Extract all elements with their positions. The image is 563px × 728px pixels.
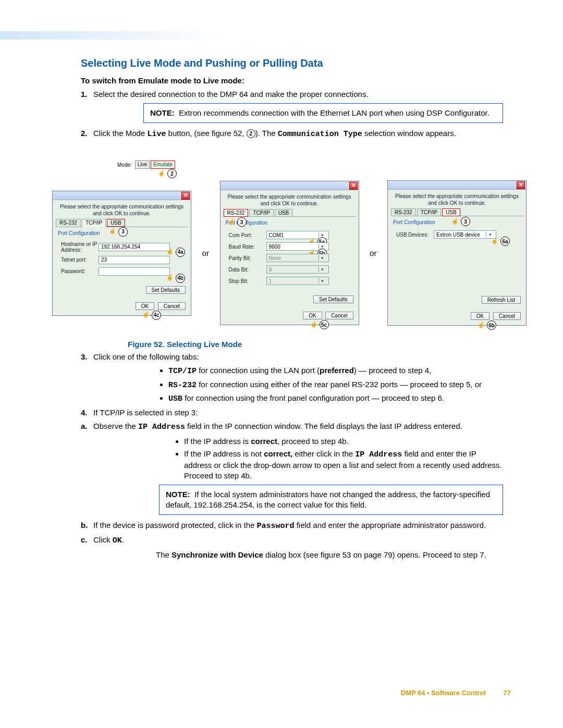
callout-6a: 6a [500,237,510,246]
tab-usb[interactable]: USB [442,208,460,216]
mode-label: Mode: [117,162,132,168]
tab-usb[interactable]: USB [275,209,293,216]
pointer-icon: ☝ [109,228,116,235]
callout-5c: 5c [320,320,329,329]
password-input[interactable] [99,267,170,276]
close-icon[interactable]: ✕ [349,182,358,190]
telnet-input[interactable] [99,256,170,264]
pointer-icon: ☝ [228,218,235,225]
step-2: 2.Click the Mode Live button, (see figur… [81,128,503,140]
page-footer: DMP 64 • Software Control 77 [401,689,511,697]
footer-section: DMP 64 • Software Control [401,689,486,697]
pointer-icon: ☝ [142,311,150,318]
ok-button[interactable]: OK [136,302,154,310]
page-header-gradient [0,31,563,40]
set-defaults-button[interactable]: Set Defaults [313,295,353,303]
ok-button[interactable]: OK [303,312,322,319]
close-icon[interactable]: ✕ [181,192,190,200]
pointer-icon: ☝ [310,321,317,328]
dialog-message: Please select the appropriate communicat… [388,190,526,208]
callout-6b: 6b [487,320,496,330]
mode-live-button[interactable]: Live [135,161,150,169]
chevron-down-icon: ▾ [319,267,326,272]
stopbit-label: Stop Bit: [229,278,266,284]
usb-devices-select[interactable]: Extron USB device▾ [434,230,496,239]
dialog-rs232: ✕ Please select the appropriate communic… [220,181,359,325]
usb-devices-label: USB Devices: [396,232,434,238]
ok-button[interactable]: OK [471,312,489,320]
tab-tcpip[interactable]: TCP/IP [417,208,441,216]
callout-3: 3 [237,217,247,227]
chevron-down-icon: ▾ [319,278,326,283]
mode-toolbar-figure: Mode: Live Emulate ☝ 2 [117,161,176,169]
pointer-icon: ☝ [166,248,174,255]
callout-3: 3 [118,227,128,237]
cancel-button[interactable]: Cancel [493,312,521,320]
subhead-switch-mode: To switch from Emulate mode to Live mode… [81,76,503,86]
figure-caption: Figure 52. Selecting Live Mode [128,340,503,349]
step-3: 3.Click one of the following tabs: [81,352,503,362]
hostname-input[interactable] [99,243,170,251]
note-1-text: Extron recommends connection with the Et… [179,108,489,117]
set-defaults-button[interactable]: Set Defaults [146,286,186,294]
password-label: Password: [61,268,99,274]
databit-label: Data Bit: [229,267,266,273]
dialog-message: Please select the appropriate communicat… [53,200,191,219]
pointer-icon: ☝ [491,238,498,244]
cancel-button[interactable]: Cancel [158,302,186,310]
dialog-usb: ✕ Please select the appropriate communic… [387,180,527,326]
note-box-1: NOTE: Extron recommends connection with … [143,103,503,123]
callout-3: 3 [461,217,470,226]
mode-emulate-button[interactable]: Emulate [151,161,175,169]
cancel-button[interactable]: Cancel [325,312,353,319]
refresh-list-button[interactable]: Refresh List [482,296,521,304]
step-1-text: Select the desired connection to the DMP… [93,90,369,98]
databit-select: 8▾ [266,265,329,274]
page-number: 77 [504,689,511,697]
comport-label: Com Port: [229,232,266,238]
close-icon[interactable]: ✕ [517,181,525,189]
tab-tcpip[interactable]: TCP/IP [249,209,273,216]
note-label: NOTE: [166,490,190,499]
dialog-message: Please select the appropriate communicat… [221,190,359,209]
stopbit-select: 1▾ [266,277,329,285]
callout-2-inline: 2 [247,129,255,138]
callout-4c: 4c [152,311,161,320]
tab-usb[interactable]: USB [107,219,125,227]
dialog-tcpip: ✕ Please select the appropriate communic… [52,191,191,316]
pointer-icon: ☝ [166,274,174,281]
pointer-icon: ☝ [451,218,459,225]
callout-4b: 4b [176,274,185,283]
section-heading: Selecting Live Mode and Pushing or Pulli… [81,57,503,69]
tabs-row: RS-232 TCP/IP USB ☝ 3 [56,219,188,227]
note-2-text: If the local system administrators have … [166,490,490,509]
hostname-label: Hostname or IP Address: [61,241,99,253]
step-4: 4.If TCP/IP is selected in step 3: [81,408,503,418]
step-1: 1.Select the desired connection to the D… [81,89,503,100]
pointer-icon: ☝ [478,322,485,328]
tab-rs232[interactable]: RS-232 [391,208,416,216]
tab-rs232[interactable]: RS-232 [224,209,249,217]
step-4c: c.Click OK. [81,535,503,546]
step-4-sync: The Synchronize with Device dialog box (… [156,550,503,560]
telnet-label: Telnet port: [61,257,99,263]
step-4a-bullets: If the IP address is correct, proceed to… [175,436,503,482]
step-4a: a.Observe the IP Address field in the IP… [81,421,503,433]
step-3-bullets: TCP/IP for connection using the LAN port… [159,365,503,404]
chevron-down-icon: ▾ [319,255,326,261]
step-4b: b.If the device is password protected, c… [81,520,503,532]
note-label: NOTE: [150,108,175,117]
baud-label: Baud Rate: [229,244,266,250]
tab-rs232[interactable]: RS-232 [56,219,81,227]
tab-tcpip[interactable]: TCP/IP [82,219,106,227]
or-separator: or [366,249,380,257]
parity-label: Parity Bit: [229,255,266,261]
note-box-2: NOTE: If the local system administrators… [159,485,503,515]
parity-select: None▾ [266,254,329,262]
or-separator: or [199,249,212,257]
